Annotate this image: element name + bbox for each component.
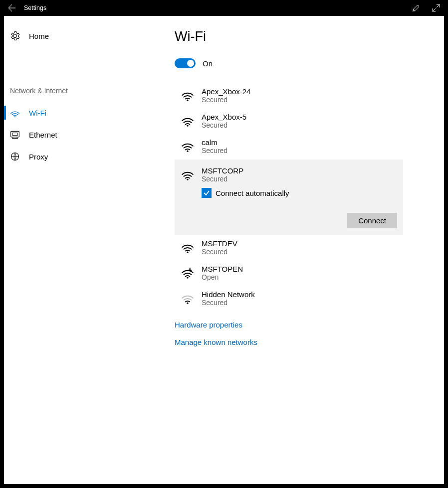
network-item[interactable]: MSFTDEVSecured [175,235,403,261]
sidebar-item-label: Ethernet [29,131,57,139]
svg-rect-2 [12,133,17,136]
page-title: Wi‑Fi [175,29,434,44]
network-status: Secured [202,299,397,307]
network-name: MSFTOPEN [202,265,397,273]
network-status: Secured [202,175,397,183]
network-status: Secured [202,121,397,129]
sidebar-section-header: Network & Internet [4,87,169,101]
svg-point-10 [190,269,191,270]
wifi-signal-icon [181,113,195,128]
wifi-icon [10,108,20,118]
network-status: Open [202,273,397,281]
sidebar-item-label: Wi‑Fi [29,109,46,117]
sidebar-item-wifi[interactable]: Wi‑Fi [4,103,169,123]
network-name: Hidden Network [202,290,397,299]
network-item[interactable]: Hidden NetworkSecured [175,286,403,312]
network-name: Apex_Xbox-24 [202,87,397,96]
svg-point-9 [187,277,188,279]
window-titlebar: Settings [0,0,448,16]
wifi-toggle-label: On [203,59,213,68]
network-name: MSFTCORP [202,166,397,175]
network-status: Secured [202,147,397,155]
ethernet-icon [10,130,20,140]
wifi-signal-icon [181,87,195,102]
fullscreen-button[interactable] [426,4,446,12]
edit-button[interactable] [406,4,426,12]
svg-point-5 [187,125,188,127]
network-item[interactable]: MSFTCORPSecuredConnect automaticallyConn… [175,160,403,235]
svg-point-7 [187,179,188,180]
globe-icon [10,152,20,162]
svg-point-6 [187,151,188,152]
svg-point-8 [187,252,188,253]
sidebar: Home Network & Internet Wi‑Fi Ethernet [4,16,169,484]
window-title: Settings [24,4,46,11]
wifi-signal-icon [181,138,195,153]
svg-point-0 [14,116,15,117]
pencil-icon [412,4,420,12]
expand-icon [432,4,440,12]
svg-point-4 [187,100,188,101]
svg-rect-1 [11,131,19,137]
auto-connect-label: Connect automatically [216,189,289,197]
network-list: Apex_Xbox-24SecuredApex_Xbox-5Securedcal… [175,83,403,312]
auto-connect-checkbox[interactable] [202,188,212,198]
back-button[interactable] [2,4,22,12]
svg-point-12 [187,303,188,304]
network-name: MSFTDEV [202,239,397,248]
network-status: Secured [202,96,397,104]
sidebar-home[interactable]: Home [4,26,169,46]
sidebar-home-label: Home [29,32,49,40]
svg-rect-11 [190,267,190,269]
link-manage-known-networks[interactable]: Manage known networks [175,338,434,346]
wifi-toggle[interactable] [175,58,196,68]
wifi-warning-icon [181,265,195,280]
main-content: Wi‑Fi On Apex_Xbox-24SecuredApex_Xbox-5S… [169,16,444,484]
network-status: Secured [202,248,397,256]
network-name: Apex_Xbox-5 [202,113,397,121]
wifi-signal-icon [181,166,195,181]
gear-icon [10,31,20,41]
network-name: calm [202,138,397,147]
network-item[interactable]: Apex_Xbox-24Secured [175,83,403,109]
network-item[interactable]: MSFTOPENOpen [175,261,403,286]
sidebar-item-proxy[interactable]: Proxy [4,147,169,166]
network-item[interactable]: Apex_Xbox-5Secured [175,109,403,134]
wifi-signal-icon [181,239,195,254]
sidebar-item-ethernet[interactable]: Ethernet [4,125,169,145]
arrow-left-icon [8,4,16,12]
sidebar-item-label: Proxy [29,153,48,161]
wifi-signal-icon [181,290,195,305]
link-hardware-properties[interactable]: Hardware properties [175,321,434,329]
connect-button[interactable]: Connect [347,213,397,228]
network-item[interactable]: calmSecured [175,134,403,160]
